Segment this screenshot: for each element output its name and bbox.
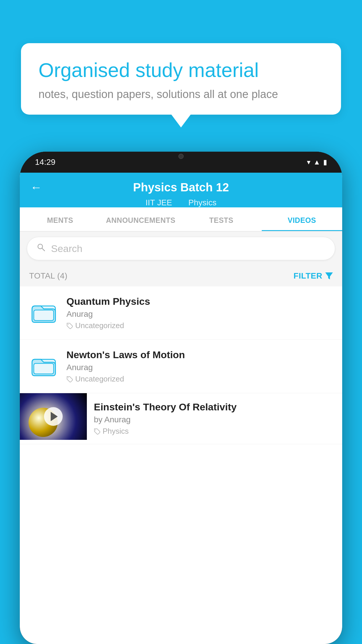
- app-header-title: Physics Batch 12: [133, 181, 229, 194]
- phone-status-icons: ▾ ▲ ▮: [307, 158, 327, 166]
- video-title: Quantum Physics: [66, 296, 333, 307]
- wifi-icon: ▾: [307, 158, 310, 166]
- tab-videos[interactable]: VIDEOS: [262, 209, 342, 231]
- video-title: Einstein's Theory Of Relativity: [94, 401, 334, 413]
- tag-icon: [66, 376, 73, 382]
- filter-label: FILTER: [294, 271, 322, 281]
- svg-rect-7: [34, 363, 54, 374]
- back-button[interactable]: ←: [30, 181, 42, 194]
- video-author: by Anurag: [94, 415, 334, 424]
- speech-bubble-subtitle: notes, question papers, solutions all at…: [38, 88, 324, 101]
- speech-bubble-title: Organised study material: [38, 58, 324, 82]
- tag-label: Uncategorized: [75, 321, 124, 330]
- phone-notch: [169, 152, 193, 161]
- tag-icon: [94, 428, 100, 435]
- search-icon: [36, 242, 46, 255]
- video-tag: Physics: [94, 427, 334, 436]
- play-icon: [51, 412, 58, 421]
- subtitle-physics: Physics: [188, 198, 216, 207]
- tab-tests[interactable]: TESTS: [181, 209, 262, 231]
- search-bar-container: Search: [20, 232, 342, 265]
- tab-announcements[interactable]: ANNOUNCEMENTS: [101, 209, 181, 231]
- phone-frame: 14:29 ▾ ▲ ▮ ← Physics Batch 12 IIT JEE P…: [20, 152, 342, 644]
- phone-time: 14:29: [35, 158, 55, 167]
- tag-icon: [66, 323, 73, 329]
- video-tag: Uncategorized: [66, 374, 333, 384]
- svg-point-9: [95, 429, 96, 430]
- video-author: Anurag: [66, 363, 333, 372]
- subtitle-iitjee: IIT JEE: [145, 198, 172, 207]
- svg-rect-4: [34, 310, 54, 321]
- filter-icon: [325, 272, 333, 279]
- svg-line-1: [42, 248, 45, 251]
- folder-icon: [31, 300, 57, 326]
- tab-ments[interactable]: MENTS: [20, 209, 101, 231]
- app-header: ← Physics Batch 12 IIT JEE Physics: [20, 173, 342, 207]
- video-info: Einstein's Theory Of Relativity by Anura…: [87, 393, 342, 444]
- search-bar[interactable]: Search: [27, 237, 335, 260]
- phone-top-bar: 14:29 ▾ ▲ ▮: [20, 152, 342, 173]
- phone-screen: ← Physics Batch 12 IIT JEE Physics MENTS…: [20, 173, 342, 644]
- video-author: Anurag: [66, 309, 333, 319]
- video-tag: Uncategorized: [66, 321, 333, 330]
- video-thumbnail: [20, 393, 87, 440]
- folder-icon: [31, 354, 57, 379]
- svg-marker-2: [325, 272, 333, 279]
- list-item[interactable]: Einstein's Theory Of Relativity by Anura…: [20, 393, 342, 444]
- tabs-bar: MENTS ANNOUNCEMENTS TESTS VIDEOS: [20, 209, 342, 232]
- filter-bar: TOTAL (4) FILTER: [20, 265, 342, 286]
- svg-point-8: [68, 377, 69, 378]
- video-title: Newton's Laws of Motion: [66, 349, 333, 360]
- app-header-subtitle: IIT JEE Physics: [30, 198, 332, 207]
- video-info: Quantum Physics Anurag Uncategorized: [66, 296, 333, 330]
- svg-point-5: [68, 324, 69, 325]
- tag-label: Physics: [103, 427, 129, 436]
- search-placeholder: Search: [51, 243, 82, 254]
- signal-icon: ▲: [313, 158, 320, 166]
- folder-icon-container: [29, 352, 58, 381]
- list-item[interactable]: Newton's Laws of Motion Anurag Uncategor…: [20, 340, 342, 393]
- app-header-top: ← Physics Batch 12: [30, 181, 332, 196]
- tag-label: Uncategorized: [75, 374, 124, 384]
- filter-button[interactable]: FILTER: [294, 271, 333, 281]
- video-info: Newton's Laws of Motion Anurag Uncategor…: [66, 349, 333, 384]
- total-count: TOTAL (4): [29, 271, 67, 281]
- play-button[interactable]: [44, 407, 63, 426]
- list-item[interactable]: Quantum Physics Anurag Uncategorized: [20, 286, 342, 340]
- battery-icon: ▮: [323, 158, 327, 166]
- video-list: Quantum Physics Anurag Uncategorized: [20, 286, 342, 444]
- folder-icon-container: [29, 298, 58, 328]
- speech-bubble: Organised study material notes, question…: [21, 43, 341, 115]
- phone-camera: [178, 154, 184, 159]
